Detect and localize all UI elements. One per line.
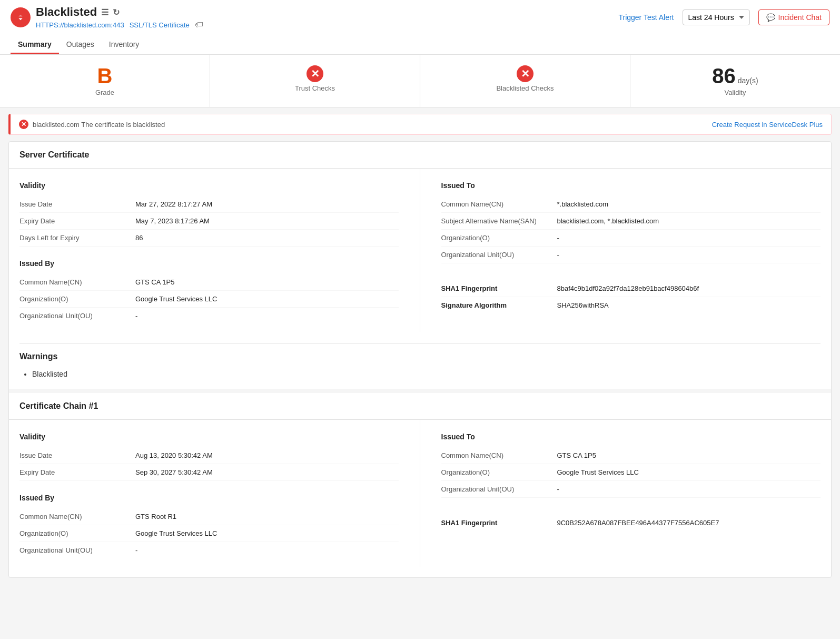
- chain-subject-ou-label: Organizational Unit(OU): [441, 485, 557, 493]
- issuer-ou-value: -: [135, 312, 137, 320]
- menu-icon[interactable]: ☰: [101, 7, 108, 17]
- warning-error-icon: ✕: [19, 120, 28, 129]
- subject-ou-value: -: [557, 251, 559, 259]
- subject-cn-value: *.blacklisted.com: [557, 200, 609, 208]
- cert-chain-grid: Validity Issue Date Aug 13, 2020 5:30:42…: [9, 420, 831, 577]
- chain-issuer-ou-row: Organizational Unit(OU) -: [19, 542, 399, 558]
- san-row: Subject Alternative Name(SAN) blackliste…: [441, 213, 821, 230]
- https-link[interactable]: HTTPS://blacklisted.com:443: [36, 21, 124, 29]
- chain-subject-ou-value: -: [557, 485, 559, 493]
- chain-subject-org-row: Organization(O) Google Trust Services LL…: [441, 464, 821, 481]
- chain-validity-title: Validity: [19, 432, 399, 441]
- days-left-label: Days Left for Expiry: [19, 234, 135, 242]
- chain-subject-ou-row: Organizational Unit(OU) -: [441, 481, 821, 498]
- server-cert-right: Issued To Common Name(CN) *.blacklisted.…: [420, 169, 821, 332]
- warning-text: blacklisted.com The certificate is black…: [33, 121, 165, 129]
- chain-issuer-cn-label: Common Name(CN): [19, 513, 135, 520]
- trigger-alert-button[interactable]: Trigger Test Alert: [618, 13, 674, 22]
- server-cert-left: Validity Issue Date Mar 27, 2022 8:17:27…: [19, 169, 420, 332]
- chain-subject-cn-row: Common Name(CN) GTS CA 1P5: [441, 447, 821, 464]
- chain-subject-cn-label: Common Name(CN): [441, 451, 557, 459]
- tag-icon: 🏷: [195, 20, 203, 30]
- issuer-org-row: Organization(O) Google Trust Services LL…: [19, 291, 399, 308]
- issue-date-row: Issue Date Mar 27, 2022 8:17:27 AM: [19, 196, 399, 213]
- blacklisted-checks-label: Blacklisted Checks: [496, 84, 554, 92]
- grade-metric: B Grade: [0, 55, 210, 107]
- expiry-date-row: Expiry Date May 7, 2023 8:17:26 AM: [19, 213, 399, 230]
- grade-value: B: [97, 65, 113, 86]
- validity-value: 86: [712, 65, 736, 86]
- subject-org-row: Organization(O) -: [441, 230, 821, 247]
- site-title: Blacklisted ☰ ↻: [36, 5, 203, 19]
- san-value: blacklisted.com, *.blacklisted.com: [557, 217, 659, 225]
- expiry-date-label: Expiry Date: [19, 217, 135, 225]
- validity-metric: 86 day(s) Validity: [630, 55, 840, 107]
- subject-org-label: Organization(O): [441, 234, 557, 242]
- sig-row: Signature Algorithm SHA256withRSA: [441, 297, 821, 313]
- down-status-icon: [11, 7, 31, 27]
- sig-label: Signature Algorithm: [441, 301, 557, 309]
- warnings-section: Warnings Blacklisted: [9, 343, 831, 389]
- issued-by-title: Issued By: [19, 259, 399, 268]
- san-label: Subject Alternative Name(SAN): [441, 217, 557, 225]
- trust-checks-icon: ✕: [307, 65, 323, 82]
- sha1-label: SHA1 Fingerprint: [441, 284, 557, 292]
- subject-ou-label: Organizational Unit(OU): [441, 251, 557, 259]
- trust-checks-label: Trust Checks: [295, 84, 335, 92]
- create-request-link[interactable]: Create Request in ServiceDesk Plus: [712, 121, 823, 129]
- nav-tabs: Summary Outages Inventory: [11, 36, 829, 54]
- sha1-value: 8baf4c9b1df02a92f7da128eb91bacf498604b6f: [557, 284, 699, 292]
- chain-issuer-org-row: Organization(O) Google Trust Services LL…: [19, 525, 399, 542]
- subject-org-value: -: [557, 234, 559, 242]
- chain-issued-to-title: Issued To: [441, 432, 821, 441]
- chain-issuer-cn-row: Common Name(CN) GTS Root R1: [19, 508, 399, 525]
- sha1-row: SHA1 Fingerprint 8baf4c9b1df02a92f7da128…: [441, 280, 821, 297]
- warning-list: Blacklisted: [19, 368, 821, 380]
- chain-subject-cn-value: GTS CA 1P5: [557, 451, 596, 459]
- refresh-icon[interactable]: ↻: [113, 7, 120, 17]
- trust-checks-metric: ✕ Trust Checks: [210, 55, 420, 107]
- tab-outages[interactable]: Outages: [59, 36, 102, 54]
- chain-subject-org-label: Organization(O): [441, 468, 557, 476]
- issue-date-label: Issue Date: [19, 200, 135, 208]
- issuer-org-value: Google Trust Services LLC: [135, 295, 217, 303]
- issue-date-value: Mar 27, 2022 8:17:27 AM: [135, 200, 212, 208]
- chain-issue-date-row: Issue Date Aug 13, 2020 5:30:42 AM: [19, 447, 399, 464]
- issuer-ou-row: Organizational Unit(OU) -: [19, 308, 399, 324]
- cert-chain-section: Certificate Chain #1 Validity Issue Date…: [9, 389, 831, 577]
- main-content: Server Certificate Validity Issue Date M…: [8, 141, 832, 578]
- subject-ou-row: Organizational Unit(OU) -: [441, 247, 821, 263]
- warning-item: Blacklisted: [32, 368, 821, 380]
- warning-banner: ✕ blacklisted.com The certificate is bla…: [8, 114, 832, 135]
- sig-value: SHA256withRSA: [557, 301, 609, 309]
- tab-inventory[interactable]: Inventory: [102, 36, 147, 54]
- chain-cert-left: Validity Issue Date Aug 13, 2020 5:30:42…: [19, 420, 420, 567]
- chain-sha1-label: SHA1 Fingerprint: [441, 519, 557, 527]
- chain-issuer-org-value: Google Trust Services LLC: [135, 529, 217, 537]
- issuer-cn-row: Common Name(CN) GTS CA 1P5: [19, 274, 399, 291]
- time-range-select[interactable]: Last 24 Hours Last 7 Days Last 30 Days: [683, 9, 750, 25]
- chain-issuer-org-label: Organization(O): [19, 529, 135, 537]
- incident-chat-button[interactable]: 💬 Incident Chat: [758, 9, 830, 25]
- validity-unit: day(s): [738, 76, 758, 85]
- ssl-link[interactable]: SSL/TLS Certificate: [130, 21, 190, 29]
- chain-expiry-date-row: Expiry Date Sep 30, 2027 5:30:42 AM: [19, 464, 399, 481]
- chain-issuer-ou-value: -: [135, 546, 137, 554]
- server-cert-grid: Validity Issue Date Mar 27, 2022 8:17:27…: [9, 169, 831, 343]
- warnings-title: Warnings: [19, 352, 821, 361]
- tab-summary[interactable]: Summary: [11, 36, 59, 54]
- chain-cert-right: Issued To Common Name(CN) GTS CA 1P5 Org…: [420, 420, 821, 567]
- chain-issuer-ou-label: Organizational Unit(OU): [19, 546, 135, 554]
- cert-chain-title: Certificate Chain #1: [9, 393, 831, 420]
- chain-issued-by-title: Issued By: [19, 494, 399, 502]
- validity-label: Validity: [725, 89, 746, 96]
- blacklisted-checks-icon: ✕: [517, 65, 533, 82]
- days-left-row: Days Left for Expiry 86: [19, 230, 399, 247]
- chain-expiry-date-label: Expiry Date: [19, 468, 135, 476]
- issued-to-title: Issued To: [441, 181, 821, 190]
- chain-expiry-date-value: Sep 30, 2027 5:30:42 AM: [135, 468, 213, 476]
- issuer-cn-value: GTS CA 1P5: [135, 278, 174, 286]
- server-cert-title: Server Certificate: [9, 142, 831, 169]
- chain-issue-date-value: Aug 13, 2020 5:30:42 AM: [135, 451, 213, 459]
- subject-cn-label: Common Name(CN): [441, 200, 557, 208]
